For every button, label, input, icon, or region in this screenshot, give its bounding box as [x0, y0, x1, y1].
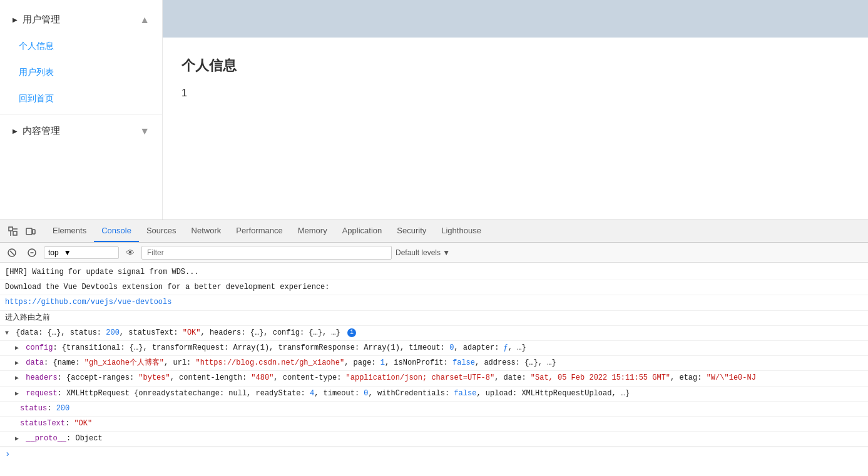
devtools-panel: Elements Console Sources Network Perform… [0, 220, 868, 476]
console-input-line: › [0, 447, 868, 461]
info-icon: i [347, 328, 356, 337]
prompt-icon: › [5, 449, 10, 459]
arrow-right-icon2: ▶ [13, 128, 18, 134]
sidebar-item-user-list[interactable]: 用户列表 [0, 59, 162, 86]
device-toggle-icon[interactable] [23, 223, 39, 240]
tab-sources[interactable]: Sources [139, 220, 184, 242]
tab-memory[interactable]: Memory [290, 220, 335, 242]
console-line-data[interactable]: ▶ data: {name: "gh_xiaohe个人博客", url: "ht… [0, 356, 868, 371]
user-management-label: 用户管理 [23, 14, 140, 26]
console-line-proto[interactable]: ▶ __proto__: Object [0, 432, 868, 447]
console-line-statustext: statusText: "OK" [0, 417, 868, 432]
page-value: 1 [181, 88, 849, 99]
console-line-devtools-link[interactable]: https://github.com/vuejs/vue-devtools [0, 295, 868, 310]
context-arrow-icon: ▼ [64, 248, 71, 257]
console-line-router: 进入路由之前 [0, 311, 868, 326]
sidebar-divider [0, 114, 162, 115]
tab-elements[interactable]: Elements [45, 220, 94, 242]
console-line-request[interactable]: ▶ request: XMLHttpRequest {onreadystatec… [0, 387, 868, 402]
console-toolbar: top ▼ 👁 Default levels ▼ [0, 243, 868, 263]
sidebar-item-personal-info[interactable]: 个人信息 [0, 33, 162, 59]
console-line-headers[interactable]: ▶ headers: {accept-ranges: "bytes", cont… [0, 371, 868, 386]
sidebar-content-management[interactable]: ▶ 内容管理 ▼ [0, 118, 162, 144]
svg-line-7 [10, 251, 14, 255]
console-line-devtools1: Download the Vue Devtools extension for … [0, 280, 868, 295]
console-line-response[interactable]: ▼ {data: {…}, status: 200, statusText: "… [0, 326, 868, 341]
header-banner [163, 0, 868, 38]
collapse-icon2: ▼ [140, 126, 150, 137]
arrow-right-icon: ▶ [13, 16, 18, 23]
tab-application[interactable]: Application [335, 220, 390, 242]
console-filter-input[interactable] [141, 246, 392, 260]
tab-network[interactable]: Network [184, 220, 229, 242]
console-line-hmr: [HMR] Waiting for update signal from WDS… [0, 265, 868, 280]
console-clear-icon[interactable] [4, 245, 20, 261]
tab-console[interactable]: Console [94, 220, 139, 242]
page-title: 个人信息 [181, 50, 849, 75]
devtools-icon-group [5, 223, 39, 240]
sidebar-user-management[interactable]: ▶ 用户管理 ▲ [0, 6, 162, 33]
console-eye-icon[interactable]: 👁 [123, 245, 138, 260]
svg-rect-4 [26, 228, 32, 235]
devtools-toolbar: Elements Console Sources Network Perform… [0, 220, 868, 243]
tab-security[interactable]: Security [389, 220, 434, 242]
main-content: 个人信息 1 [163, 0, 868, 220]
sidebar-item-back-home[interactable]: 回到首页 [0, 86, 162, 112]
devtools-tabs: Elements Console Sources Network Perform… [45, 220, 863, 242]
collapse-icon: ▲ [140, 14, 150, 26]
console-context-value: top [48, 248, 59, 257]
console-context-selector[interactable]: top ▼ [44, 246, 119, 259]
svg-rect-0 [9, 227, 13, 231]
console-output: [HMR] Waiting for update signal from WDS… [0, 263, 868, 476]
inspect-icon[interactable] [5, 223, 21, 240]
console-line-status: status: 200 [0, 402, 868, 417]
svg-rect-3 [13, 231, 17, 235]
console-stop-icon[interactable] [24, 245, 40, 261]
sidebar: ▶ 用户管理 ▲ 个人信息 用户列表 回到首页 ▶ 内容管理 ▼ [0, 0, 163, 220]
tab-lighthouse[interactable]: Lighthouse [434, 220, 489, 242]
svg-rect-5 [33, 230, 35, 234]
console-levels-dropdown[interactable]: Default levels ▼ [396, 248, 450, 257]
console-line-config[interactable]: ▶ config: {transitional: {…}, transformR… [0, 341, 868, 356]
content-inner: 个人信息 1 [163, 38, 868, 220]
tab-performance[interactable]: Performance [228, 220, 290, 242]
content-management-label: 内容管理 [23, 125, 140, 137]
levels-label: Default levels ▼ [396, 248, 450, 257]
